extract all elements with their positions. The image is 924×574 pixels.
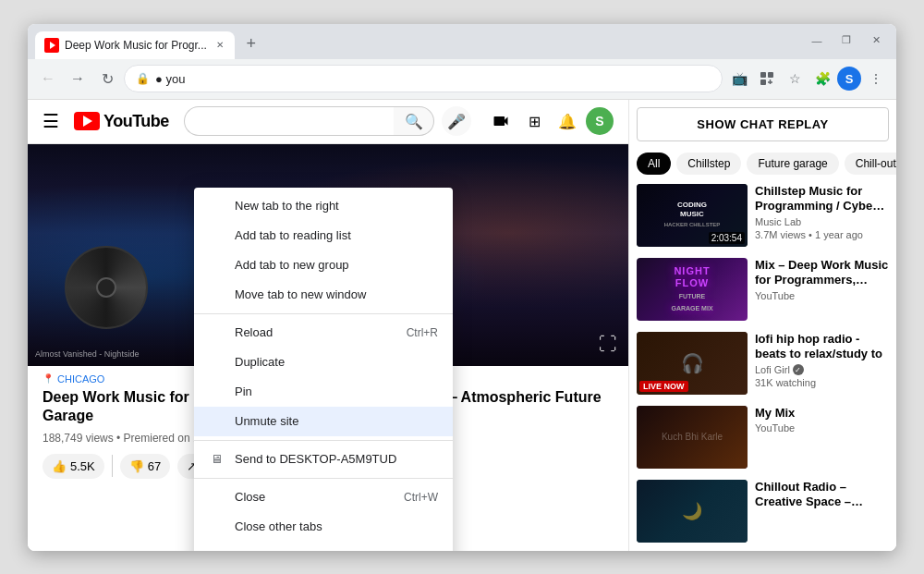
notifications-button[interactable]: 🔔 [553,106,582,136]
verified-icon: ✓ [793,364,804,375]
address-bar[interactable]: 🔒 ● you [124,65,723,92]
search-input[interactable] [184,106,394,136]
ctx-duplicate[interactable]: Duplicate [194,348,453,377]
chip-chill-out[interactable]: Chill-out m... [845,153,896,175]
rec-meta: 3.7M views • 1 year ago [755,229,889,240]
reading-list-icon [209,228,224,243]
close-tab-icon [209,490,224,505]
rec-title: lofi hip hop radio - beats to relax/stud… [755,332,889,363]
rec-thumbnail: NIGHTFLOWFUTURE GARAGE MIX [637,258,748,321]
profile-download-icon[interactable] [754,66,780,92]
ctx-divider [194,440,453,441]
page-content: ☰ YouTube 🔍 🎤 ⊞ 🔔 S [28,100,896,551]
view-count: 188,749 views [43,432,114,445]
yt-menu-icon[interactable]: ☰ [43,110,59,132]
apps-button[interactable]: ⊞ [519,106,549,136]
rec-thumbnail: CODINGMUSICHACKER CHILLSTEP 2:03:54 [637,184,748,247]
ctx-move-new-window[interactable]: Move tab to new window [194,280,453,310]
create-button[interactable] [486,106,516,136]
ctx-send-to-desktop[interactable]: 🖥 Send to DESKTOP-A5M9TUD [194,445,453,474]
ctx-add-reading-list[interactable]: Add tab to reading list [194,221,453,250]
tab-title: Deep Work Music for Progr... [65,39,207,52]
close-others-icon [209,519,224,534]
ctx-pin[interactable]: Pin [194,377,453,407]
ctx-new-tab-right[interactable]: New tab to the right [194,191,453,221]
reload-button[interactable]: ↻ [94,66,120,92]
window-controls: — ❐ ✕ [804,31,889,50]
unmute-icon [209,414,224,429]
thumb-duration: 2:03:54 [709,232,745,244]
bookmark-icon[interactable]: ☆ [782,66,808,92]
title-bar: Deep Work Music for Progr... ✕ + — ❐ ✕ [28,24,896,59]
omnibar: ← → ↻ 🔒 ● you 📺 ☆ 🧩 S ⋮ [28,59,896,100]
cd-disc [65,246,148,329]
mic-button[interactable]: 🎤 [442,106,471,136]
recommended-list: CODINGMUSICHACKER CHILLSTEP 2:03:54 Chil… [629,178,896,551]
ctx-close[interactable]: Close Ctrl+W [194,482,453,512]
reload-icon [209,325,224,340]
location-text: CHICAGO [57,373,104,385]
chip-chillstep[interactable]: Chillstep [676,153,741,175]
monitor-icon: 🖥 [209,452,224,467]
ctx-close-tabs-right[interactable]: Close tabs to the right [194,542,453,551]
rec-channel: Music Lab [755,216,889,227]
url-text: ● you [155,72,711,86]
browser-tab[interactable]: Deep Work Music for Progr... ✕ [35,31,235,59]
rec-info: Mix – Deep Work Music for Programmers, C… [755,258,889,321]
video-caption: Almost Vanished - Nightside [35,349,139,359]
fullscreen-icon[interactable]: ⛶ [599,334,617,355]
new-tab-button[interactable]: + [238,31,264,57]
browser-window: Deep Work Music for Progr... ✕ + — ❐ ✕ ←… [28,24,896,551]
chip-all[interactable]: All [637,153,671,175]
duplicate-icon [209,355,224,370]
cast-icon[interactable]: 📺 [726,66,752,92]
dislike-button[interactable]: 👎 67 [120,454,170,479]
close-button[interactable]: ✕ [863,31,889,50]
rec-info: Chillout Radio – Creative Space – Downte… [755,480,889,543]
rec-thumbnail: Kuch Bhi Karle [637,406,748,469]
yt-search-bar: 🔍 🎤 [184,106,471,136]
like-button[interactable]: 👍 5.5K [43,454,104,479]
ctx-add-new-group[interactable]: Add tab to new group [194,250,453,280]
more-options-icon[interactable]: ⋮ [863,66,889,92]
rec-thumbnail: 🌙 [637,480,748,543]
rec-info: lofi hip hop radio - beats to relax/stud… [755,332,889,395]
yt-sidebar: SHOW CHAT REPLAY All Chillstep Future ga… [628,100,896,551]
chip-future-garage[interactable]: Future garage [747,153,838,175]
rec-item[interactable]: 🎧 LIVE NOW lofi hip hop radio - beats to… [629,326,896,400]
ctx-reload[interactable]: Reload Ctrl+R [194,318,453,348]
yt-logo-icon [74,112,100,130]
rec-title: Mix – Deep Work Music for Programmers, C… [755,258,889,289]
yt-profile-avatar[interactable]: S [586,107,614,135]
maximize-button[interactable]: ❐ [833,31,859,50]
search-button[interactable]: 🔍 [394,106,434,136]
rec-meta: 31K watching [755,377,889,388]
rec-thumbnail: 🎧 LIVE NOW [637,332,748,395]
rec-title: Chillout Radio – Creative Space – Downte… [755,480,889,511]
new-group-icon [209,258,224,273]
show-chat-replay-button[interactable]: SHOW CHAT REPLAY [637,107,889,141]
rec-info: Chillstep Music for Programming / Cyber … [755,184,889,247]
context-menu: New tab to the right Add tab to reading … [194,188,453,551]
minimize-button[interactable]: — [804,31,830,50]
rec-item[interactable]: 🌙 Chillout Radio – Creative Space – Down… [629,474,896,548]
forward-button[interactable]: → [65,66,91,92]
rec-title: My Mix [755,406,889,421]
tab-close-button[interactable]: ✕ [213,38,227,53]
rec-item[interactable]: CODINGMUSICHACKER CHILLSTEP 2:03:54 Chil… [629,178,896,252]
extension-icon[interactable]: 🧩 [809,66,835,92]
rec-item[interactable]: NIGHTFLOWFUTURE GARAGE MIX Mix – Deep Wo… [629,252,896,326]
rec-item[interactable]: Kuch Bhi Karle My Mix YouTube [629,400,896,474]
rec-channel: YouTube [755,290,889,301]
svg-rect-3 [768,72,773,78]
coding-text: CODINGMUSICHACKER CHILLSTEP [664,201,721,229]
profile-avatar[interactable]: S [837,67,861,91]
close-right-icon [209,549,224,551]
ctx-unmute-site[interactable]: Unmute site [194,407,453,436]
action-divider [112,455,113,477]
ctx-close-other-tabs[interactable]: Close other tabs [194,512,453,542]
back-button[interactable]: ← [35,66,61,92]
yt-logo[interactable]: YouTube [74,112,169,131]
tab-favicon [44,38,59,53]
svg-rect-4 [760,79,766,85]
